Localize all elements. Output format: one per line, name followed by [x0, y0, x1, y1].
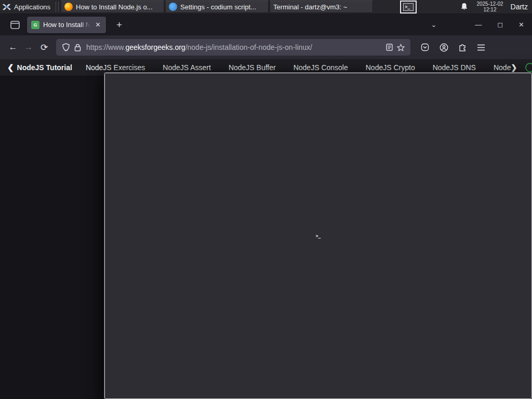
toolbar-right-icons — [418, 39, 488, 55]
url-bar[interactable]: https://www.geeksforgeeks.org/node-js/in… — [56, 39, 410, 56]
codium-icon — [169, 3, 177, 11]
extensions-icon[interactable] — [455, 39, 470, 55]
window-controls: ⌄ — ◻ ✕ — [423, 21, 532, 29]
lock-icon[interactable] — [72, 42, 83, 53]
panel-handle — [56, 2, 59, 11]
desktop: Applications How to Install Node.js o...… — [0, 0, 532, 399]
nav-link-exercises[interactable]: NodeJS Exercises — [86, 63, 145, 72]
search-icon[interactable] — [525, 63, 532, 72]
applications-menu-button[interactable]: Applications — [0, 0, 54, 14]
url-text[interactable]: https://www.geeksforgeeks.org/node-js/in… — [86, 43, 383, 51]
minimize-button[interactable]: — — [467, 21, 489, 29]
nav-scroll-right-icon[interactable]: ❯ — [511, 63, 517, 72]
applications-label: Applications — [14, 3, 50, 11]
browser-toolbar: ← → ⟳ https://www.geeksforgeeks.org/node… — [0, 35, 532, 59]
clock-time: 12:12 — [483, 7, 496, 12]
taskbar-window-title: Terminal - dartz@vm3: ~ — [273, 3, 347, 11]
taskbar-window-title: How to Install Node.js o... — [76, 3, 152, 11]
reader-view-icon[interactable] — [383, 42, 395, 53]
browser-tab-bar: G How to Install Node.js on ✕ + ⌄ — ◻ ✕ — [0, 14, 532, 35]
nav-link-dns[interactable]: NodeJS DNS — [433, 63, 476, 72]
back-button[interactable]: ← — [5, 39, 21, 55]
taskbar-window-codium[interactable]: Settings - codium script... — [165, 1, 269, 13]
notification-bell-icon[interactable] — [460, 3, 468, 11]
taskbar-window-firefox[interactable]: How to Install Node.js o... — [61, 1, 164, 13]
geeksforgeeks-favicon: G — [31, 21, 39, 29]
tab-close-icon[interactable]: ✕ — [94, 20, 102, 30]
nav-link-crypto[interactable]: NodeJS Crypto — [366, 63, 415, 72]
panel-clock[interactable]: 2025-12-02 12:12 — [476, 1, 503, 12]
top-panel: Applications How to Install Node.js o...… — [0, 0, 532, 14]
firefox-icon — [64, 3, 73, 11]
nav-link-buffer[interactable]: NodeJS Buffer — [229, 63, 276, 72]
new-tab-button[interactable]: + — [112, 19, 126, 31]
nav-link-console[interactable]: NodeJS Console — [294, 63, 348, 72]
nav-scroll-left-icon[interactable]: ❮ — [0, 63, 17, 72]
tracking-shield-icon[interactable] — [60, 42, 72, 53]
url-domain: geeksforgeeks.org — [125, 43, 185, 51]
firefox-view-icon[interactable] — [7, 18, 23, 32]
taskbar-window-terminal[interactable]: >_ Terminal - dartz@vm3: ~ — [270, 1, 373, 13]
xfce-logo-icon — [2, 3, 11, 11]
close-button[interactable]: ✕ — [511, 21, 532, 29]
tab-title: How to Install Node.js on — [43, 21, 90, 29]
forward-button[interactable]: → — [21, 39, 36, 55]
menu-hamburger-icon[interactable] — [474, 39, 488, 55]
nav-link-truncated[interactable]: Node — [494, 63, 511, 72]
url-path: /node-js/installation-of-node-js-on-linu… — [185, 43, 312, 51]
terminal-icon: >_ — [403, 3, 414, 11]
nav-link-tutorial[interactable]: NodeJS Tutorial — [17, 63, 72, 72]
maximize-button[interactable]: ◻ — [489, 21, 511, 29]
tray-terminal-launcher[interactable]: >_ — [400, 1, 417, 14]
taskbar-window-title: Settings - codium script... — [180, 3, 256, 11]
list-all-tabs-icon[interactable]: ⌄ — [423, 21, 444, 29]
url-scheme: https://www. — [86, 43, 125, 51]
browser-tab-active[interactable]: G How to Install Node.js on ✕ — [27, 17, 106, 33]
clock-date: 2025-12-02 — [476, 1, 503, 7]
nav-link-assert[interactable]: NodeJS Assert — [163, 63, 211, 72]
panel-user-label[interactable]: Dartz — [511, 3, 528, 11]
pocket-icon[interactable] — [418, 39, 432, 55]
account-icon[interactable] — [436, 39, 451, 55]
reload-button[interactable]: ⟳ — [36, 39, 52, 55]
bookmark-star-icon[interactable] — [395, 42, 406, 53]
